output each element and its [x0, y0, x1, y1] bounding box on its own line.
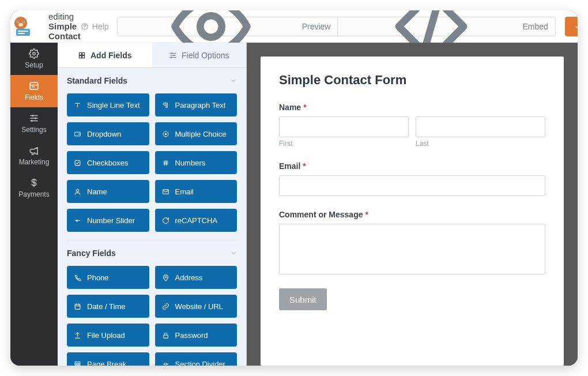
field-mail[interactable]: Email [155, 180, 238, 203]
first-name-input[interactable] [279, 116, 409, 137]
chevron-down-icon [230, 250, 237, 257]
phone-icon [74, 274, 81, 281]
group-title: Fancy Fields [67, 249, 116, 258]
field-slider[interactable]: Number Slider [67, 209, 149, 232]
mail-icon [162, 188, 169, 195]
help-icon [81, 22, 89, 31]
field-label: Multiple Choice [175, 130, 227, 138]
field-check[interactable]: Checkboxes [67, 151, 149, 174]
fields-panel: Add Fields Field Options Standard Fields… [58, 43, 247, 366]
brand-logo [10, 10, 36, 42]
field-label: Numbers [175, 159, 206, 167]
comment-textarea[interactable] [279, 224, 545, 275]
comment-label: Comment or Message [279, 210, 363, 219]
dollar-icon [29, 178, 39, 188]
nav-marketing[interactable]: Marketing [10, 140, 58, 172]
form-icon [29, 81, 39, 91]
field-pin[interactable]: Address [155, 266, 238, 289]
required-indicator: * [365, 210, 368, 219]
field-name[interactable]: Name* First Last [279, 103, 545, 148]
field-hash[interactable]: Numbers [155, 151, 238, 174]
nav-payments[interactable]: Payments [10, 172, 58, 204]
nav-fields[interactable]: Fields [10, 75, 58, 107]
field-upload[interactable]: File Upload [67, 324, 149, 347]
field-label: File Upload [87, 331, 125, 340]
field-radio[interactable]: Multiple Choice [155, 122, 238, 145]
nav-setup-label: Setup [25, 61, 43, 69]
field-dropdown[interactable]: Dropdown [67, 122, 149, 145]
calendar-icon [74, 303, 81, 310]
tab-field-options[interactable]: Field Options [152, 43, 247, 67]
name-label: Name [279, 103, 301, 112]
field-divider[interactable]: Section Divider [155, 352, 238, 366]
field-label: reCAPTCHA [175, 216, 218, 225]
field-comment[interactable]: Comment or Message* [279, 210, 545, 275]
slider-icon [74, 217, 81, 224]
help-label: Help [92, 22, 109, 31]
svg-rect-36 [18, 33, 25, 34]
field-label: Phone [87, 273, 109, 282]
group-header[interactable]: Standard Fields [58, 68, 246, 91]
embed-button[interactable]: Embed [338, 17, 555, 36]
group-header[interactable]: Fancy Fields [58, 240, 246, 264]
first-sublabel: First [279, 140, 409, 148]
field-grid: PhoneAddressDate / TimeWebsite / URLFile… [58, 264, 246, 366]
recaptcha-icon [162, 217, 169, 224]
chevron-down-icon [230, 77, 237, 84]
now-editing-label: Now editing [48, 10, 74, 21]
field-label: Email [175, 187, 194, 196]
preview-button[interactable]: Preview [117, 17, 338, 36]
grid-icon [78, 51, 86, 59]
svg-point-33 [18, 23, 23, 27]
submit-button[interactable]: Submit [279, 288, 327, 310]
field-label: Dropdown [87, 130, 121, 138]
pin-icon [162, 274, 169, 281]
group-title: Standard Fields [67, 76, 127, 85]
field-label: Paragraph Text [175, 101, 226, 110]
field-label: Number Slider [87, 216, 135, 225]
field-email[interactable]: Email* [279, 161, 545, 196]
field-user[interactable]: Name [67, 180, 149, 203]
divider-icon [162, 360, 169, 366]
svg-point-32 [23, 21, 24, 22]
field-label: Page Break [87, 360, 126, 366]
field-label: Password [175, 331, 208, 340]
field-text[interactable]: Single Line Text [67, 93, 149, 116]
field-label: Website / URL [175, 302, 224, 311]
left-nav: Setup Fields Settings Marketing Payments [10, 43, 58, 366]
app-frame: Now editing Simple Contact Form Help Pre… [10, 10, 578, 366]
hash-icon [162, 159, 169, 167]
tab-add-label: Add Fields [91, 51, 132, 60]
submit-label: Submit [289, 295, 316, 304]
email-input[interactable] [279, 175, 545, 196]
form-canvas: Simple Contact Form Name* First Last [261, 57, 564, 366]
toolbar: Now editing Simple Contact Form Help Pre… [10, 10, 578, 43]
field-recaptcha[interactable]: reCAPTCHA [155, 209, 238, 232]
field-lock[interactable]: Password [155, 324, 238, 347]
link-icon [162, 303, 169, 310]
field-paragraph[interactable]: Paragraph Text [155, 93, 238, 116]
preview-label: Preview [302, 22, 331, 31]
form-title: Simple Contact Form [279, 73, 545, 88]
last-name-input[interactable] [416, 116, 545, 137]
gear-icon [29, 48, 39, 59]
upload-icon [74, 332, 81, 339]
tab-add-fields[interactable]: Add Fields [58, 43, 152, 67]
save-button[interactable]: Save [565, 17, 578, 36]
paragraph-icon [162, 101, 169, 109]
check-icon [74, 159, 81, 167]
field-calendar[interactable]: Date / Time [67, 295, 149, 318]
help-link[interactable]: Help [81, 22, 109, 31]
nav-fields-label: Fields [25, 93, 43, 101]
bullhorn-icon [29, 145, 39, 156]
field-pagebreak[interactable]: Page Break [67, 352, 149, 366]
nav-settings[interactable]: Settings [10, 107, 58, 140]
field-phone[interactable]: Phone [67, 266, 149, 289]
canvas-wrap: Simple Contact Form Name* First Last [247, 43, 578, 366]
nav-settings-label: Settings [21, 126, 46, 134]
nav-marketing-label: Marketing [19, 158, 50, 166]
field-label: Date / Time [87, 302, 125, 311]
nav-setup[interactable]: Setup [10, 43, 58, 75]
field-link[interactable]: Website / URL [155, 295, 238, 318]
svg-rect-34 [16, 29, 30, 36]
